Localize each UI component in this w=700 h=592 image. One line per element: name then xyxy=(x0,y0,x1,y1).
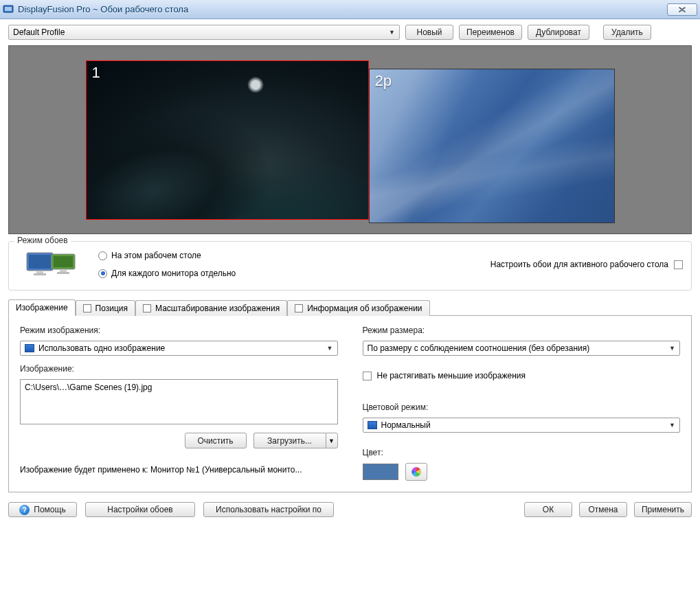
tab-checkbox-icon xyxy=(83,304,91,312)
svg-rect-9 xyxy=(57,272,69,274)
monitor-1-preview[interactable]: 1 xyxy=(86,60,369,220)
duplicate-profile-button[interactable]: Дублироват xyxy=(528,25,589,40)
profile-row: Default Profile ▼ Новый Переименов Дубли… xyxy=(8,25,692,40)
profile-select-value: Default Profile xyxy=(13,27,65,37)
tab-position-label: Позиция xyxy=(95,304,128,313)
cancel-button[interactable]: Отмена xyxy=(579,502,627,517)
color-mode-label: Цветовой режим: xyxy=(363,402,681,412)
svg-rect-3 xyxy=(29,255,51,269)
new-profile-button[interactable]: Новый xyxy=(405,25,453,40)
tab-checkbox-icon xyxy=(295,304,303,312)
delete-profile-button[interactable]: Удалить xyxy=(603,25,651,40)
color-mode-combo[interactable]: Нормальный ▼ xyxy=(363,418,681,433)
load-button-main[interactable]: Загрузить... xyxy=(253,433,326,448)
rename-profile-button[interactable]: Переименов xyxy=(459,25,522,40)
chevron-down-icon: ▼ xyxy=(389,29,395,36)
color-wheel-icon xyxy=(411,466,422,477)
load-button-dropdown[interactable]: ▼ xyxy=(326,433,338,448)
tabs: Изображение Позиция Масштабирование изоб… xyxy=(8,299,692,492)
monitor-2-preview[interactable]: 2р xyxy=(369,69,615,223)
color-picker-button[interactable] xyxy=(405,463,427,481)
image-path-box[interactable]: C:\Users\…\Game Scenes (19).jpg xyxy=(20,379,338,424)
radio-each-monitor[interactable]: Для каждого монитора отдельно xyxy=(98,269,236,278)
tab-info[interactable]: Информация об изображении xyxy=(287,300,429,316)
monitor-2-label: 2р xyxy=(375,72,392,90)
tab-image[interactable]: Изображение xyxy=(8,299,76,316)
radio-icon xyxy=(98,251,107,260)
tab-position[interactable]: Позиция xyxy=(76,300,135,316)
radio-each-label: Для каждого монитора отдельно xyxy=(111,269,236,278)
chevron-down-icon: ▼ xyxy=(327,345,333,352)
adjust-active-label: Настроить обои для активного рабочего ст… xyxy=(490,260,668,269)
tab-scaling[interactable]: Масштабирование изображения xyxy=(135,300,287,316)
wallpaper-settings-button[interactable]: Настройки обоев xyxy=(85,502,195,517)
bottom-bar: ? Помощь Настройки обоев Использовать на… xyxy=(8,502,692,517)
chevron-down-icon: ▼ xyxy=(669,422,675,429)
help-button[interactable]: ? Помощь xyxy=(8,502,77,517)
tab-scaling-label: Масштабирование изображения xyxy=(155,304,280,313)
no-stretch-label: Не растягивать меньшие изображения xyxy=(377,371,526,380)
close-button[interactable] xyxy=(667,3,697,16)
no-stretch-checkbox[interactable] xyxy=(363,372,372,380)
radio-same-desktop[interactable]: На этом рабочем столе xyxy=(98,251,236,260)
color-label: Цвет: xyxy=(363,448,681,457)
use-defaults-button[interactable]: Использовать настройки по xyxy=(203,502,334,517)
wallpaper-mode-title: Режим обоев xyxy=(14,236,71,245)
apply-button[interactable]: Применить xyxy=(634,502,692,517)
radio-same-label: На этом рабочем столе xyxy=(111,251,201,260)
image-icon xyxy=(368,421,377,429)
help-icon: ? xyxy=(19,505,30,515)
image-path-value: C:\Users\…\Game Scenes (19).jpg xyxy=(25,383,152,392)
size-mode-combo[interactable]: По размеру с соблюдением соотношения (бе… xyxy=(363,341,681,356)
chevron-down-icon: ▼ xyxy=(669,345,675,352)
app-icon xyxy=(3,4,14,15)
load-split-button[interactable]: Загрузить... ▼ xyxy=(253,433,338,448)
color-mode-value: Нормальный xyxy=(381,420,431,430)
image-icon xyxy=(25,344,34,352)
help-label: Помощь xyxy=(34,505,65,514)
tab-image-label: Изображение xyxy=(16,303,68,312)
ok-button[interactable]: ОК xyxy=(524,502,572,517)
tab-body: Режим изображения: Использовать одно изо… xyxy=(8,316,692,492)
wallpaper-mode-group: Режим обоев xyxy=(8,241,692,291)
svg-rect-4 xyxy=(36,271,43,273)
svg-rect-5 xyxy=(34,273,46,275)
applied-to-label: Изображение будет применено к: Монитор №… xyxy=(20,465,338,475)
svg-rect-7 xyxy=(54,256,73,267)
image-mode-combo[interactable]: Использовать одно изображение ▼ xyxy=(20,341,338,356)
radio-icon xyxy=(98,269,107,278)
tab-info-label: Информация об изображении xyxy=(307,304,422,313)
image-mode-value: Использовать одно изображение xyxy=(38,343,165,353)
adjust-active-checkbox[interactable] xyxy=(674,260,683,269)
size-mode-value: По размеру с соблюдением соотношения (бе… xyxy=(368,343,590,353)
size-mode-label: Режим размера: xyxy=(363,326,681,335)
color-swatch[interactable] xyxy=(363,464,398,480)
title-bar: DisplayFusion Pro ~ Обои рабочего стола xyxy=(0,0,700,19)
close-icon xyxy=(678,6,686,13)
svg-rect-1 xyxy=(5,7,12,11)
dual-monitor-icon xyxy=(17,250,86,279)
monitor-1-label: 1 xyxy=(92,64,100,82)
svg-rect-8 xyxy=(60,269,67,272)
image-mode-label: Режим изображения: xyxy=(20,326,338,335)
image-path-label: Изображение: xyxy=(20,364,338,374)
profile-select[interactable]: Default Profile ▼ xyxy=(8,25,400,40)
monitor-preview-panel: 1 2р xyxy=(8,45,692,234)
tab-checkbox-icon xyxy=(143,304,151,312)
clear-button[interactable]: Очистить xyxy=(185,433,247,448)
tab-strip: Изображение Позиция Масштабирование изоб… xyxy=(8,299,692,316)
window-title: DisplayFusion Pro ~ Обои рабочего стола xyxy=(18,4,188,14)
